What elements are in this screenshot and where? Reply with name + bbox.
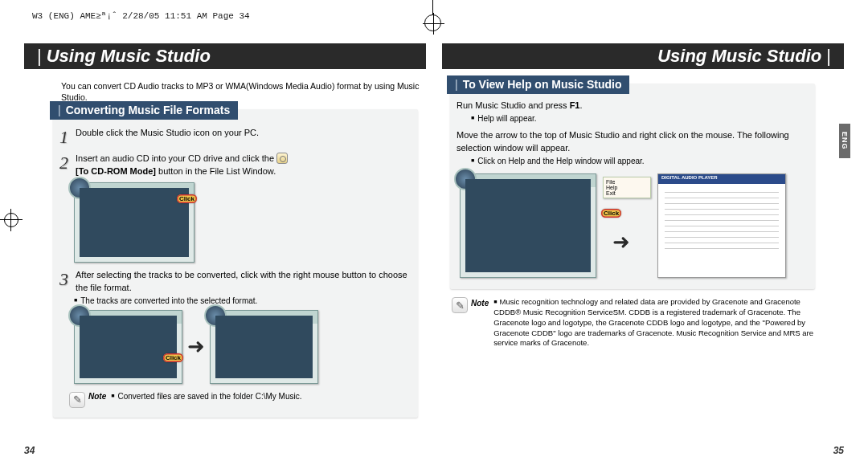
step-1-text: Double click the Music Studio icon on yo…	[76, 127, 411, 148]
chapter-title-right: Using Music Studio |	[442, 43, 844, 69]
help-sub2: Click on Help and the Help window will a…	[471, 157, 809, 165]
note-label: Note	[88, 392, 106, 401]
registration-mark-left	[0, 209, 23, 231]
note-icon-r: ✎	[452, 297, 468, 313]
help-line1-b: F1	[570, 100, 580, 110]
left-body: You can convert CD Audio tracks to MP3 o…	[24, 69, 426, 421]
print-header: W3 (ENG) AME≥ª¡ˆ 2/28/05 11:51 AM Page 3…	[32, 11, 250, 21]
step-3-sub: The tracks are converted into the select…	[74, 296, 411, 305]
help-window: DIGITAL AUDIO PLAYER	[657, 173, 786, 278]
cd-rom-icon	[276, 153, 288, 164]
screenshot-convert-a: Click	[74, 310, 182, 384]
step-2-text-b: button in the File List Window.	[158, 166, 276, 176]
lang-tab: ENG	[839, 124, 850, 158]
page-num-right: 35	[833, 445, 844, 456]
right-body: | To View Help on Music Studio Run Music…	[442, 69, 844, 353]
page-spread: | Using Music Studio You can convert CD …	[24, 43, 844, 458]
note-left: ✎ Note ■ Converted files are saved in th…	[69, 392, 411, 408]
convert-panel-title: | Converting Music File Formats	[50, 101, 238, 120]
note-right: ✎ Note ■Music recognition technology and…	[452, 297, 815, 349]
note-bullet-icon-r: ■	[493, 299, 497, 304]
step-2: 2 Insert an audio CD into your CD drive …	[59, 153, 411, 177]
step-3: 3 After selecting the tracks to be conve…	[59, 269, 411, 294]
arrow-icon-r: ➜	[612, 230, 630, 255]
screenshot-help-main	[460, 173, 596, 278]
click-badge-1: Click	[177, 194, 197, 203]
step-3-text: After selecting the tracks to be convert…	[76, 269, 411, 294]
help-panel-title: | To View Help on Music Studio	[447, 75, 629, 94]
help-line1-a: Run Music Studio and press	[457, 100, 570, 110]
note-icon: ✎	[69, 392, 85, 408]
arrow-icon: ➜	[187, 334, 205, 359]
screenshot-row: Click ➜	[74, 310, 411, 384]
context-menu: FileHelpExit	[603, 177, 651, 198]
help-window-header: DIGITAL AUDIO PLAYER	[658, 174, 785, 184]
help-screenshot-row: FileHelpExit Click ➜ DIGITAL AUDIO PLAYE…	[460, 173, 809, 278]
chapter-title-text: Using Music Studio	[47, 46, 211, 67]
registration-mark-top	[424, 14, 441, 31]
click-badge-help: Click	[601, 209, 621, 218]
help-panel-title-text: To View Help on Music Studio	[463, 78, 622, 91]
note-label-r: Note	[471, 299, 489, 308]
help-ss-group-a: FileHelpExit Click ➜	[460, 173, 596, 278]
click-badge-2: Click	[163, 353, 183, 362]
help-line1: Run Music Studio and press F1.	[457, 100, 809, 112]
step-2-text: Insert an audio CD into your CD drive an…	[76, 153, 411, 177]
note-bullet-icon: ■	[111, 393, 114, 398]
note-left-text: Converted files are saved in the folder …	[117, 392, 301, 401]
help-line1-c: .	[579, 100, 582, 110]
step-2-text-a: Insert an audio CD into your CD drive an…	[76, 153, 276, 163]
step-1-num: 1	[59, 127, 76, 148]
screenshot-convert-b	[210, 310, 318, 384]
convert-panel-title-text: Converting Music File Formats	[66, 104, 231, 116]
help-sub1: Help will appear.	[471, 114, 809, 123]
chapter-title-left: | Using Music Studio	[24, 43, 426, 69]
page-left: | Using Music Studio You can convert CD …	[24, 43, 434, 458]
convert-panel: | Converting Music File Formats 1 Double…	[53, 109, 418, 418]
title-bar-icon: |	[58, 104, 61, 116]
screenshot-cdrom: Click	[74, 182, 194, 263]
chapter-title-text-r: Using Music Studio	[657, 46, 821, 67]
step-1: 1 Double click the Music Studio icon on …	[59, 127, 411, 148]
title-rule-icon-r: |	[826, 46, 831, 67]
page-num-left: 34	[24, 445, 35, 456]
note-right-text: ■Music recognition technology and relate…	[493, 297, 815, 349]
help-line2: Move the arrow to the top of Music Studi…	[457, 129, 809, 154]
intro-text: You can convert CD Audio tracks to MP3 o…	[61, 80, 421, 103]
step-2-num: 2	[59, 153, 76, 177]
step-2-bold: [To CD-ROM Mode]	[76, 166, 156, 176]
page-right: Using Music Studio | ENG | To View Help …	[434, 43, 844, 458]
help-window-lines	[665, 192, 779, 271]
step-3-num: 3	[59, 269, 76, 294]
title-rule-icon: |	[37, 46, 42, 67]
title-bar-icon-r: |	[455, 78, 458, 91]
help-panel: | To View Help on Music Studio Run Music…	[450, 84, 815, 289]
note-right-text-content: Music recognition technology and related…	[493, 297, 813, 347]
